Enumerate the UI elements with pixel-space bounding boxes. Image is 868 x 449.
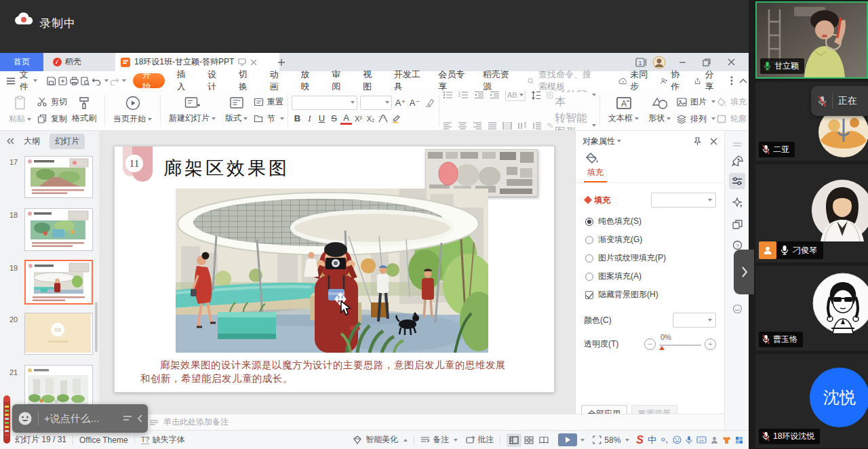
print-preview-icon[interactable] xyxy=(79,73,91,88)
undo-icon[interactable] xyxy=(91,73,102,88)
paste-button[interactable]: 粘贴 xyxy=(4,96,36,125)
theme-name[interactable]: Office Theme xyxy=(79,435,128,445)
slide-thumbnail-18[interactable] xyxy=(24,208,93,251)
collapse-panel-icon[interactable] xyxy=(7,138,14,144)
font-size-select[interactable] xyxy=(360,96,392,110)
text-direction-button[interactable]: AB xyxy=(505,90,526,101)
numbered-list-icon[interactable]: 12 xyxy=(458,90,469,101)
radio-solid-fill[interactable]: 纯色填充(S) xyxy=(585,216,715,227)
tab-docer[interactable]: 稻壳 xyxy=(43,53,91,71)
align-center-icon[interactable] xyxy=(458,119,467,131)
menu-tab-design[interactable]: 设计 xyxy=(199,71,230,90)
menu-tab-animation[interactable]: 动画 xyxy=(261,71,292,90)
tab-document[interactable]: 18环设1班-甘立颖-答辩PPT xyxy=(115,53,279,71)
participant-tile-shenyue[interactable]: 沈悦 18环设沈悦 xyxy=(755,354,868,448)
superscript-button[interactable]: X² xyxy=(353,112,364,125)
copy-button[interactable]: 复制 xyxy=(36,111,67,128)
arrange-button[interactable]: 排列 xyxy=(675,111,715,128)
slide-19-editing-area[interactable]: 11 廊架区效果图 xyxy=(114,146,555,393)
reset-slide-button[interactable]: 重置 xyxy=(252,94,284,111)
highlighter-icon[interactable] xyxy=(390,113,402,125)
transparency-slider[interactable]: 0% xyxy=(659,339,701,350)
participant-tile-erya[interactable]: 正在 二亚 xyxy=(755,82,868,161)
pin-panel-icon[interactable] xyxy=(693,137,702,146)
fill-bucket-icon[interactable] xyxy=(585,153,607,165)
menu-tab-transition[interactable]: 切换 xyxy=(230,71,261,90)
slide-title[interactable]: 廊架区效果图 xyxy=(163,156,290,180)
menu-tab-docer-res[interactable]: 稻壳资源 xyxy=(474,71,519,90)
text-box-button[interactable]: A 文本框 xyxy=(604,96,644,124)
slide-thumbnail-19-selected[interactable] xyxy=(24,260,93,305)
close-window-icon[interactable] xyxy=(722,53,741,71)
play-from-current-button[interactable]: 当页开始 xyxy=(108,96,157,125)
ime-mode-chinese[interactable]: 中 xyxy=(648,434,656,446)
ime-logo[interactable]: S xyxy=(636,434,644,446)
menu-tab-review[interactable]: 审阅 xyxy=(323,71,354,90)
slide-thumbnail-17[interactable] xyxy=(24,156,93,198)
section-button[interactable]: 节 xyxy=(252,111,284,128)
menu-file[interactable]: 文件 xyxy=(17,69,41,93)
slide-thumbnail-20[interactable]: 03 xyxy=(24,313,93,355)
participant-tile-caoyuke[interactable]: 曹玉恪 xyxy=(755,266,868,351)
participant-tile-ganliying[interactable]: 甘立颖 xyxy=(755,1,868,79)
align-right-icon[interactable] xyxy=(473,119,482,131)
ime-person-icon[interactable] xyxy=(711,436,718,444)
italic-button[interactable]: I xyxy=(304,112,315,125)
radio-pattern-fill[interactable]: 图案填充(A) xyxy=(585,271,715,282)
stamp-icon[interactable] xyxy=(729,300,745,317)
subscript-button[interactable]: X₂ xyxy=(365,112,376,125)
collapse-ribbon-icon[interactable] xyxy=(737,73,749,88)
color-dropdown[interactable] xyxy=(673,313,716,328)
slideshow-play-button[interactable] xyxy=(558,433,585,446)
clear-format-icon[interactable] xyxy=(423,96,435,109)
ime-keyboard-icon[interactable] xyxy=(696,436,707,444)
chat-placeholder[interactable]: +说点什么... xyxy=(44,412,99,425)
fill-style-dropdown[interactable] xyxy=(651,193,716,208)
collaborate-button[interactable]: 协作 xyxy=(660,69,684,93)
smart-beautify-button[interactable]: 智能美化 xyxy=(353,434,408,446)
slide-caption[interactable]: 廊架效果图的设计来源是以魔方为设计的主要思路，意图启发儿童的思维发展 和创新，希… xyxy=(140,358,530,385)
transparency-plus-button[interactable]: + xyxy=(705,338,716,350)
ime-toolbox-icon[interactable] xyxy=(735,436,743,444)
ime-punctuation-icon[interactable] xyxy=(660,436,669,444)
tab-outline[interactable]: 大纲 xyxy=(24,136,40,147)
zoom-control[interactable]: 58% xyxy=(593,435,629,445)
tab-fill[interactable]: 填充 xyxy=(584,167,607,182)
paragraph-spacing-icon[interactable] xyxy=(532,119,542,131)
layout-button[interactable]: 版式 xyxy=(220,96,252,124)
thumbnail-scrollbar[interactable] xyxy=(95,302,98,352)
pin-to-desktop-icon[interactable] xyxy=(238,58,246,66)
decrease-indent-icon[interactable] xyxy=(474,90,484,101)
align-left-icon[interactable] xyxy=(443,119,452,131)
shapes-button[interactable]: 形状 xyxy=(644,96,675,124)
distribute-icon[interactable] xyxy=(502,119,512,131)
outline-button[interactable]: 轮廓 xyxy=(715,111,749,128)
redo-icon[interactable] xyxy=(108,73,120,88)
command-search-box[interactable]: 查找命令、搜索模板 xyxy=(528,69,597,93)
font-color-button[interactable]: A xyxy=(340,112,352,125)
strikethrough-button[interactable]: S xyxy=(328,112,340,125)
column-list-icon[interactable] xyxy=(517,119,527,131)
menu-tab-view[interactable]: 视图 xyxy=(354,71,385,90)
menu-tab-insert[interactable]: 插入 xyxy=(167,71,199,90)
justify-icon[interactable] xyxy=(488,119,497,131)
notes-toggle-button[interactable]: 备注 xyxy=(420,434,458,446)
menu-tab-devtools[interactable]: 开发工具 xyxy=(385,71,430,90)
radio-picture-fill[interactable]: 图片或纹理填充(P) xyxy=(585,252,715,264)
comment-button[interactable]: 批注 xyxy=(466,434,494,446)
ime-mic-icon[interactable] xyxy=(686,435,692,444)
export-pdf-icon[interactable] xyxy=(57,73,68,88)
notes-bar[interactable]: 单击此处添加备注 xyxy=(99,414,724,430)
effects-star-icon[interactable] xyxy=(729,195,745,211)
redo-caret[interactable] xyxy=(122,79,126,82)
increase-font-icon[interactable]: A⁺ xyxy=(395,96,406,109)
close-tab-icon[interactable] xyxy=(250,59,257,66)
panel-title[interactable]: 对象属性 xyxy=(583,136,621,147)
collapse-chat-icon[interactable] xyxy=(137,414,142,423)
emoji-smiley-icon[interactable] xyxy=(18,411,33,426)
expand-sidebar-chevron[interactable] xyxy=(734,250,754,294)
menu-tab-start[interactable]: 开始 xyxy=(133,73,165,88)
save-icon[interactable] xyxy=(45,73,57,88)
bold-button[interactable]: B xyxy=(292,112,303,125)
radio-gradient-fill[interactable]: 渐变填充(G) xyxy=(585,234,715,246)
